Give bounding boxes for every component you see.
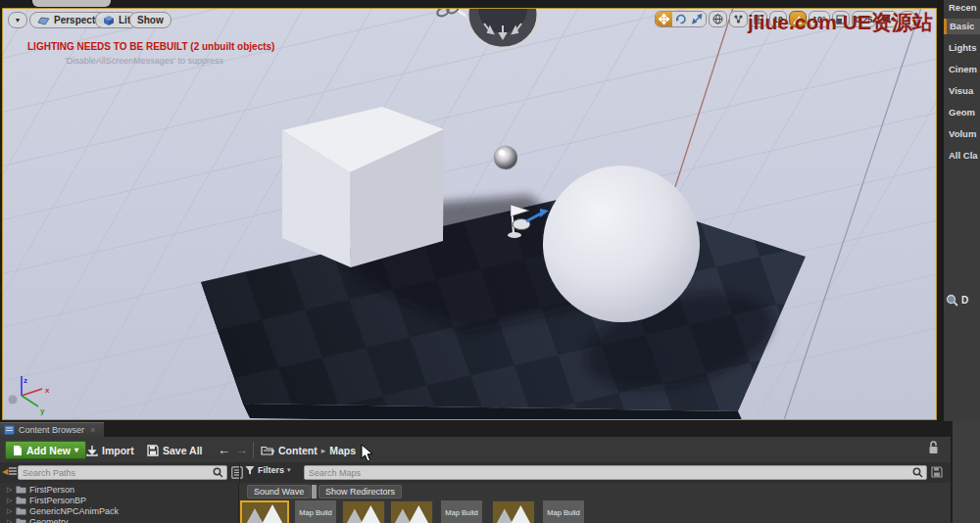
tree-item-firstpersonbp[interactable]: ▷ FirstPersonBP	[0, 495, 238, 505]
content-browser: Content Browser × Add New ▾ Import	[0, 421, 951, 523]
map-thumbnail	[391, 501, 432, 523]
panel-separator	[239, 462, 240, 483]
tab-label: Content Browser	[19, 425, 84, 435]
breadcrumb-current[interactable]: Maps	[329, 445, 356, 456]
import-icon	[86, 445, 98, 456]
scale-icon	[692, 14, 703, 24]
show-menu-button[interactable]: Show	[129, 12, 172, 28]
save-search-icon[interactable]	[931, 466, 943, 478]
folder-icon	[16, 517, 26, 523]
forward-button[interactable]: →	[235, 441, 248, 459]
perspective-icon	[37, 16, 50, 25]
rotate-icon	[675, 14, 686, 24]
map-thumbnail	[343, 501, 384, 523]
search-maps-box[interactable]	[304, 465, 927, 480]
back-arrow-icon: ←	[218, 443, 230, 457]
dome-actor	[436, 8, 538, 48]
tree-item-geometry[interactable]: ▷ Geometry	[0, 516, 238, 523]
filter-row: ◀ Filters ▾	[0, 462, 951, 483]
filter-chip-show-redirectors[interactable]: Show Redirectors	[318, 485, 402, 499]
category-visual-effects[interactable]: Visua	[944, 83, 980, 99]
list-icon	[9, 466, 17, 476]
toolbar-button-sliver	[32, 0, 111, 7]
scale-tool-button[interactable]	[689, 12, 706, 26]
asset-tile-map-build[interactable]: Map Build	[543, 500, 584, 523]
asset-tile-map[interactable]	[390, 500, 433, 523]
details-search-row[interactable]: D	[946, 294, 968, 307]
watermark-text: jliue.com UE资源站	[748, 9, 933, 36]
surface-snap-button[interactable]	[729, 11, 748, 27]
chip-toggle-bar[interactable]	[312, 485, 317, 499]
level-viewport[interactable]: z x y ▼ Perspective Lit Show LIGHTING NE…	[2, 8, 937, 420]
close-icon[interactable]: ×	[90, 425, 95, 435]
tree-item-firstperson[interactable]: ▷ FirstPerson	[0, 484, 238, 495]
coordinate-system-button[interactable]	[709, 11, 727, 27]
search-paths-box[interactable]	[18, 465, 227, 480]
add-new-button[interactable]: Add New ▾	[5, 441, 86, 459]
search-paths-input[interactable]	[19, 467, 213, 478]
caret-down-icon: ▼	[15, 17, 22, 24]
lock-icon[interactable]	[927, 441, 940, 455]
asset-tile-map[interactable]	[492, 500, 535, 523]
save-all-button[interactable]: Save All	[147, 441, 202, 459]
expander-icon[interactable]: ▷	[7, 507, 13, 515]
content-browser-tabbar: Content Browser ×	[0, 421, 951, 437]
import-button[interactable]: Import	[86, 441, 134, 459]
viewport-options-dropdown[interactable]: ▼	[8, 12, 27, 28]
surface-snap-icon	[733, 14, 744, 24]
category-all-classes[interactable]: All Cla	[944, 148, 980, 164]
category-cinematic[interactable]: Cinem	[944, 62, 980, 77]
svg-text:y: y	[40, 406, 45, 415]
sources-tree: ▷ FirstPerson ▷ FirstPersonBP ▷ GenericN…	[0, 483, 239, 523]
category-geometry[interactable]: Geom	[944, 105, 980, 120]
unreal-editor-window: z x y ▼ Perspective Lit Show LIGHTING NE…	[0, 0, 980, 523]
lit-icon	[103, 15, 115, 26]
new-asset-icon	[13, 445, 23, 456]
move-icon	[659, 14, 669, 24]
viewport-scene: z x y	[2, 8, 937, 420]
asset-tile-map-build[interactable]: Map Build	[441, 500, 482, 523]
collapse-arrow-icon: ◀	[2, 467, 8, 476]
folder-open-icon	[261, 445, 274, 455]
category-recently-placed[interactable]: Recen	[944, 0, 980, 16]
view-options-icon[interactable]	[231, 466, 243, 479]
right-bottom-panel	[951, 421, 980, 523]
toolbar-separator	[253, 442, 254, 458]
content-browser-icon	[4, 425, 15, 435]
reflection-capture-actor	[494, 146, 517, 169]
category-volumes[interactable]: Volum	[944, 126, 980, 142]
panel-gap	[937, 0, 944, 421]
expander-icon[interactable]: ▷	[7, 486, 13, 494]
breadcrumb-root[interactable]: Content	[278, 445, 318, 456]
caret-down-icon: ▾	[287, 466, 291, 474]
expander-icon[interactable]: ▷	[7, 518, 13, 523]
main-toolbar-strip	[0, 0, 939, 8]
rotate-tool-button[interactable]	[672, 12, 689, 26]
map-thumbnail	[493, 501, 534, 523]
search-maps-input[interactable]	[305, 467, 912, 478]
category-basic[interactable]: Basic	[944, 19, 980, 34]
lighting-warning-text: LIGHTING NEEDS TO BE REBUILT (2 unbuilt …	[27, 41, 274, 52]
search-icon	[912, 467, 923, 478]
asset-tile-map-build[interactable]: Map Build	[295, 500, 336, 523]
collapse-sources-button[interactable]: ◀	[2, 466, 17, 476]
search-icon	[946, 294, 958, 307]
globe-icon	[712, 14, 723, 24]
expander-icon[interactable]: ▷	[7, 497, 13, 504]
asset-tile-map[interactable]	[342, 500, 385, 523]
filters-button[interactable]: Filters ▾	[245, 465, 291, 475]
mouse-cursor	[361, 444, 373, 462]
map-thumbnail	[242, 502, 287, 523]
content-browser-main: ▷ FirstPerson ▷ FirstPersonBP ▷ GenericN…	[0, 483, 951, 523]
axis-widget: z x y	[9, 376, 51, 415]
asset-tile-map-selected[interactable]	[240, 500, 289, 523]
caret-down-icon: ▾	[74, 446, 78, 454]
back-button[interactable]: ←	[218, 441, 230, 459]
content-browser-tab[interactable]: Content Browser ×	[0, 422, 104, 437]
place-actors-panel: Recen Basic Lights Cinem Visua Geom Volu…	[944, 0, 980, 421]
move-tool-button[interactable]	[656, 12, 672, 26]
folder-icon	[16, 506, 26, 515]
filter-chip-sound-wave[interactable]: Sound Wave	[247, 485, 311, 499]
category-lights[interactable]: Lights	[944, 40, 980, 56]
tree-item-genericnpcanimpack[interactable]: ▷ GenericNPCAnimPack	[0, 505, 238, 516]
